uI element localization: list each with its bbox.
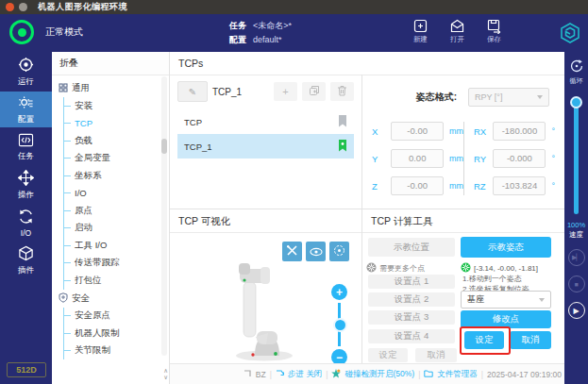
- new-task-button[interactable]: 新建: [412, 18, 428, 44]
- y-field[interactable]: 0.00: [391, 149, 444, 168]
- trash-icon: [337, 85, 347, 98]
- confirm-button[interactable]: 设定: [464, 331, 504, 349]
- collision-detect-status[interactable]: 碰撞检测开启(50%): [344, 369, 414, 380]
- tcp-name-field[interactable]: TCP_1: [212, 87, 269, 97]
- tree-item[interactable]: 负载: [64, 132, 169, 150]
- footer-confirm-button[interactable]: 设定: [368, 348, 408, 362]
- tree-item[interactable]: 全局变量: [64, 150, 169, 168]
- sidebar-item-plugin[interactable]: 插件: [0, 242, 52, 278]
- set-point-3-button[interactable]: 设置点 3: [368, 310, 455, 325]
- loop-toggle[interactable]: 循环: [569, 58, 584, 86]
- clock-timestamp: 2025-04-17 09:19:00: [487, 370, 562, 379]
- play-button[interactable]: ▶: [568, 302, 585, 319]
- copy-tcp-button[interactable]: [302, 82, 326, 101]
- brand-logo-icon: [559, 22, 581, 48]
- tcp-row-tcp1[interactable]: TCP_1: [177, 134, 354, 159]
- tree-group-general: 通用 安装TCP负载全局变量坐标系I/O原点启动工具 I/O传送带跟踪打包位: [59, 79, 169, 290]
- tree-group-row-general[interactable]: 通用: [59, 79, 169, 97]
- footer-cancel-button[interactable]: 取消: [415, 348, 457, 362]
- tree-group-row-safety[interactable]: 安全: [59, 290, 169, 308]
- mode-indicator: 正常模式: [9, 20, 83, 44]
- sidebar-item-config[interactable]: 配置: [0, 92, 52, 127]
- frame-dropdown[interactable]: 基座: [461, 291, 551, 309]
- tree-item[interactable]: 启动: [64, 220, 169, 238]
- plus-icon: +: [282, 86, 288, 97]
- move-arrows-icon: [18, 170, 34, 188]
- tcps-panel: TCPs ✎ TCP_1 +: [170, 52, 564, 209]
- app-window: 机器人图形化编程环境 正常模式 任务<未命名>* 配置default* 新建: [0, 0, 588, 384]
- mode-status-icon: [9, 20, 34, 44]
- tree-children-safety: 安全原点机器人限制关节限制: [63, 308, 169, 360]
- visualization-title: TCP 可视化: [170, 209, 361, 233]
- teach-position-tab[interactable]: 示教位置: [368, 238, 455, 257]
- reset-view-button[interactable]: [329, 242, 349, 261]
- zoom-in-button[interactable]: +: [331, 284, 347, 300]
- tree-item[interactable]: 原点: [64, 202, 169, 220]
- gear-icon: [18, 94, 34, 112]
- set-point-1-button[interactable]: 设置点 1: [368, 275, 455, 289]
- speed-slider[interactable]: [574, 99, 579, 214]
- tree-scrollbar-thumb[interactable]: [161, 139, 167, 154]
- sidebar-item-run[interactable]: 运行: [0, 54, 52, 90]
- sidebar-item-task[interactable]: 任务: [0, 129, 52, 165]
- rz-field[interactable]: -103.824: [493, 176, 546, 195]
- sidebar-item-operate[interactable]: 操作: [0, 167, 52, 203]
- step-mode-status[interactable]: 步进 关闭: [288, 369, 322, 380]
- modify-point-button[interactable]: 修改点: [461, 310, 551, 328]
- set-point-2-button[interactable]: 设置点 2: [368, 292, 455, 307]
- open-task-button[interactable]: 打开: [449, 18, 465, 44]
- add-tcp-button[interactable]: +: [274, 82, 297, 101]
- right-sidebar: 循环 100% 速度 ▶▏ ■ ▶: [564, 52, 588, 384]
- eye-icon: [310, 243, 323, 260]
- position-status: 需要更多个点: [366, 262, 425, 275]
- stop-button[interactable]: ■: [568, 275, 585, 292]
- header: 正常模式 任务<未命名>* 配置default* 新建 打开: [0, 14, 588, 52]
- ry-field[interactable]: -0.000: [493, 149, 546, 168]
- cube-icon: [18, 245, 34, 263]
- tree-scroll-arrows: ∧ ∨: [163, 368, 168, 380]
- save-button[interactable]: 保存: [486, 18, 502, 44]
- grid-icon: [59, 83, 68, 94]
- rename-button[interactable]: ✎: [177, 81, 208, 102]
- minimize-icon[interactable]: [19, 3, 27, 11]
- close-icon[interactable]: [6, 3, 14, 11]
- tree-scrollbar-track[interactable]: [161, 76, 167, 356]
- calc-panel-title: TCP 计算工具: [362, 209, 564, 233]
- pose-format-dropdown[interactable]: RPY [°]: [468, 88, 549, 107]
- minus-icon: −: [336, 352, 343, 363]
- calc-content: 示教位置 示教姿态 需要更多个点 [-3.14, -0.00, -1.81] 设…: [362, 233, 564, 364]
- tree-collapse-header[interactable]: 折叠: [52, 52, 169, 75]
- tree-item[interactable]: 坐标系: [64, 167, 169, 185]
- version-badge: 512D: [7, 362, 46, 377]
- code-icon: [18, 133, 34, 149]
- z-field[interactable]: -0.00: [391, 176, 444, 195]
- tree-item[interactable]: 机器人限制: [64, 325, 169, 342]
- tcp-row-tcp[interactable]: TCP: [177, 109, 354, 134]
- file-manager-link[interactable]: 文件管理器: [437, 369, 478, 380]
- tree-item[interactable]: 安装: [64, 97, 169, 115]
- rx-field[interactable]: -180.000: [493, 122, 546, 141]
- step-next-button[interactable]: ▶▏: [568, 249, 585, 266]
- tree-item[interactable]: I/O: [64, 185, 169, 203]
- tree-item[interactable]: TCP: [64, 115, 169, 133]
- teach-pose-tab[interactable]: 示教姿态: [461, 237, 551, 258]
- mode-label: 正常模式: [45, 25, 83, 39]
- zoom-track[interactable]: [338, 303, 341, 346]
- speed-slider-handle[interactable]: [570, 96, 582, 109]
- tcps-panel-title: TCPs: [170, 52, 564, 75]
- scroll-down-icon[interactable]: ∨: [163, 375, 168, 380]
- tree-item[interactable]: 工具 I/O: [64, 237, 169, 255]
- cancel-button[interactable]: 取消: [510, 331, 551, 349]
- tree-item[interactable]: 安全原点: [64, 308, 169, 326]
- tree-item[interactable]: 关节限制: [64, 342, 169, 360]
- delete-tcp-button[interactable]: [330, 82, 354, 101]
- tree-item[interactable]: 打包位: [64, 272, 169, 290]
- zoom-handle[interactable]: [333, 318, 347, 332]
- set-point-4-button[interactable]: 设置点 4: [368, 329, 455, 343]
- sidebar-item-io[interactable]: I/O: [0, 205, 52, 241]
- x-field[interactable]: -0.00: [391, 122, 444, 141]
- visualization-viewport[interactable]: + −: [170, 233, 361, 364]
- zoom-slider: + −: [331, 284, 347, 365]
- coord-row-rx: RX -180.000 °: [474, 122, 555, 141]
- tree-item[interactable]: 传送带跟踪: [64, 255, 169, 273]
